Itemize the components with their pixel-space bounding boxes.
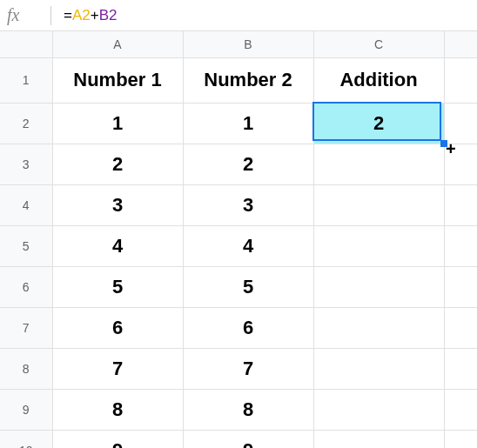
row-header-2[interactable]: 2 [0,103,52,144]
cell-d10[interactable] [444,430,477,448]
cell-a2[interactable]: 1 [52,103,183,144]
row-header-6[interactable]: 6 [0,266,52,307]
cell-a8[interactable]: 7 [52,348,183,389]
row-header-1[interactable]: 1 [0,57,52,103]
cell-a10[interactable]: 9 [52,430,183,448]
row-header-4[interactable]: 4 [0,184,52,225]
row-header-7[interactable]: 7 [0,307,52,348]
column-header-b[interactable]: B [183,31,313,57]
row-header-9[interactable]: 9 [0,389,52,430]
row-header-10[interactable]: 10 [0,430,52,448]
cell-d1[interactable] [444,57,477,103]
formula-plus: + [91,7,99,24]
cell-a5[interactable]: 4 [52,225,183,266]
cell-c4[interactable] [313,184,444,225]
cell-b1[interactable]: Number 2 [183,57,313,103]
cell-b6[interactable]: 5 [183,266,313,307]
cell-d2[interactable] [444,103,477,144]
formula-bar: fx =A2+B2 [0,0,477,31]
cell-d4[interactable] [444,184,477,225]
column-header-c[interactable]: C [313,31,444,57]
cell-d3[interactable] [444,144,477,184]
formula-ref-a: A2 [72,7,91,24]
cell-d9[interactable] [444,389,477,430]
cell-d8[interactable] [444,348,477,389]
formula-equals: = [64,7,72,24]
cell-c2[interactable]: 2 [313,103,444,144]
cell-b4[interactable]: 3 [183,184,313,225]
column-header-extra[interactable] [444,31,477,57]
fill-handle[interactable] [440,140,447,147]
cell-a4[interactable]: 3 [52,184,183,225]
cell-a9[interactable]: 8 [52,389,183,430]
row-header-5[interactable]: 5 [0,225,52,266]
column-header-a[interactable]: A [52,31,183,57]
formula-ref-b: B2 [99,7,118,24]
cell-d7[interactable] [444,307,477,348]
cell-a7[interactable]: 6 [52,307,183,348]
row-header-8[interactable]: 8 [0,348,52,389]
cell-c9[interactable] [313,389,444,430]
cell-b9[interactable]: 8 [183,389,313,430]
cell-b3[interactable]: 2 [183,144,313,184]
fx-label: fx [7,5,50,25]
formula-input[interactable]: =A2+B2 [64,7,117,24]
cell-d6[interactable] [444,266,477,307]
cell-b7[interactable]: 6 [183,307,313,348]
cell-b5[interactable]: 4 [183,225,313,266]
cell-c6[interactable] [313,266,444,307]
cell-b2[interactable]: 1 [183,103,313,144]
cell-c10[interactable] [313,430,444,448]
cell-a6[interactable]: 5 [52,266,183,307]
cell-b10[interactable]: 9 [183,430,313,448]
divider [50,6,51,25]
cell-c8[interactable] [313,348,444,389]
select-all-corner[interactable] [0,31,52,57]
cell-a1[interactable]: Number 1 [52,57,183,103]
cell-c3[interactable] [313,144,444,184]
spreadsheet-grid: A B C 1 Number 1 Number 2 Addition 2 1 1… [0,31,477,448]
cell-c5[interactable] [313,225,444,266]
cell-b8[interactable]: 7 [183,348,313,389]
cell-d5[interactable] [444,225,477,266]
cell-a3[interactable]: 2 [52,144,183,184]
row-header-3[interactable]: 3 [0,144,52,184]
cell-c7[interactable] [313,307,444,348]
cell-c1[interactable]: Addition [313,57,444,103]
